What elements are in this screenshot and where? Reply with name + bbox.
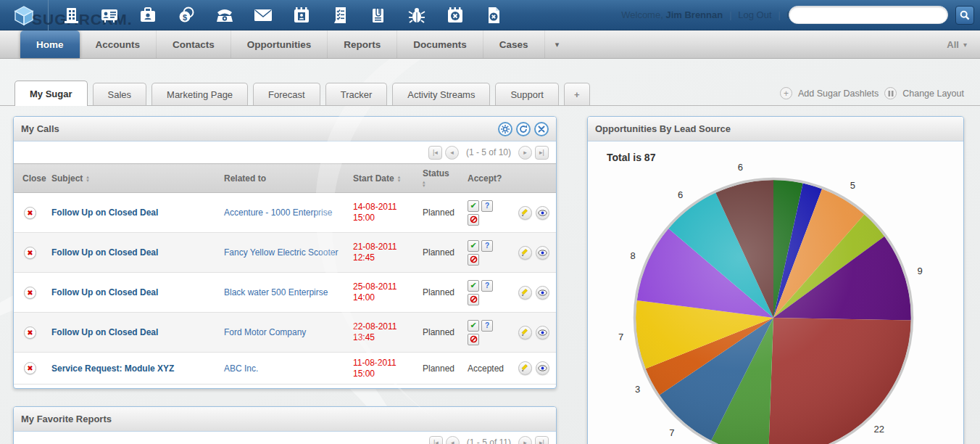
- add-sugar-dashlets-link[interactable]: Add Sugar Dashlets: [798, 89, 879, 99]
- change-layout-link[interactable]: Change Layout: [902, 89, 964, 99]
- pie-slice-violet[interactable]: [637, 229, 774, 318]
- dashtab-forecast[interactable]: Forecast: [253, 83, 320, 105]
- document-x-icon[interactable]: [484, 6, 503, 25]
- contact-card-icon[interactable]: [100, 6, 119, 25]
- next-page-button[interactable]: ▸: [518, 146, 532, 160]
- prev-page-button[interactable]: ◂: [446, 436, 460, 444]
- gear-icon[interactable]: [498, 122, 512, 136]
- envelope-icon[interactable]: [254, 6, 273, 25]
- edit-pencil-icon[interactable]: [518, 246, 532, 260]
- add-tab-button[interactable]: +: [564, 83, 590, 105]
- last-page-button[interactable]: ▸|: [535, 436, 549, 444]
- related-to-link[interactable]: Black water 500 Enterpirse: [224, 287, 328, 297]
- accept-decline-icon[interactable]: [468, 214, 479, 226]
- module-filter-dropdown[interactable]: All ▾: [947, 30, 980, 58]
- related-to-link[interactable]: Fancy Yellow Electric Scooter: [224, 247, 338, 258]
- dashtab-support[interactable]: Support: [495, 83, 559, 105]
- close-call-icon[interactable]: ✖: [24, 207, 36, 219]
- first-page-button[interactable]: |◂: [428, 146, 442, 160]
- bug-icon[interactable]: [407, 6, 426, 25]
- col-header-status[interactable]: Status▴▾: [420, 164, 465, 193]
- phone-icon[interactable]: [215, 6, 234, 25]
- pie-slice-teal[interactable]: [668, 193, 773, 318]
- sort-icon[interactable]: ▴▾: [423, 180, 425, 187]
- last-page-button[interactable]: ▸|: [535, 146, 549, 160]
- briefcase-icon[interactable]: [138, 6, 157, 25]
- accept-tentative-icon[interactable]: ?: [481, 280, 493, 292]
- call-subject-link[interactable]: Service Request: Module XYZ: [51, 363, 174, 374]
- tab-opportunities[interactable]: Opportunities: [231, 30, 328, 58]
- pie-slice-dark-green[interactable]: [773, 180, 803, 318]
- accept-decline-icon[interactable]: [468, 254, 479, 266]
- close-call-icon[interactable]: ✖: [24, 247, 36, 259]
- pie-slice-steel-blue[interactable]: [660, 318, 773, 440]
- close-call-icon[interactable]: ✖: [24, 287, 36, 299]
- call-subject-link[interactable]: Follow Up on Closed Deal: [51, 207, 158, 218]
- close-icon[interactable]: [534, 122, 549, 136]
- pie-slice-dark-orange[interactable]: [646, 318, 774, 395]
- dashtab-tracker[interactable]: Tracker: [325, 83, 388, 105]
- edit-pencil-icon[interactable]: [518, 326, 532, 340]
- call-subject-link[interactable]: Follow Up on Closed Deal: [51, 247, 158, 258]
- logout-link[interactable]: Log Out: [738, 9, 771, 20]
- tab-documents[interactable]: Documents: [397, 30, 483, 58]
- dashtab-my-sugar[interactable]: My Sugar: [14, 81, 88, 106]
- pie-slice-gold[interactable]: [636, 300, 773, 369]
- tab-home[interactable]: Home: [20, 30, 80, 58]
- accept-yes-icon[interactable]: ✔: [468, 200, 479, 212]
- accept-tentative-icon[interactable]: ?: [481, 320, 493, 332]
- accept-yes-icon[interactable]: ✔: [468, 240, 479, 252]
- related-to-link[interactable]: Accenture - 1000 Enterprise: [224, 207, 332, 218]
- pie-slice-brick-red[interactable]: [768, 318, 911, 444]
- dashtab-sales[interactable]: Sales: [93, 83, 147, 105]
- refresh-icon[interactable]: [516, 122, 531, 136]
- task-list-icon[interactable]: [331, 6, 349, 25]
- accept-tentative-icon[interactable]: ?: [481, 200, 493, 212]
- call-subject-link[interactable]: Follow Up on Closed Deal: [51, 287, 158, 297]
- accept-yes-icon[interactable]: ✔: [468, 280, 479, 292]
- view-eye-icon[interactable]: [536, 206, 549, 220]
- next-page-button[interactable]: ▸: [518, 436, 532, 444]
- tab-accounts[interactable]: Accounts: [80, 30, 157, 58]
- accept-decline-icon[interactable]: [468, 294, 479, 305]
- calendar-person-icon[interactable]: [292, 6, 311, 25]
- notes-icon[interactable]: [369, 6, 388, 25]
- view-eye-icon[interactable]: [536, 286, 549, 300]
- tab-cases[interactable]: Cases: [483, 30, 545, 58]
- pie-slice-green[interactable]: [711, 318, 773, 444]
- tab-contacts[interactable]: Contacts: [157, 30, 231, 58]
- accept-tentative-icon[interactable]: ?: [481, 240, 493, 252]
- related-to-link[interactable]: ABC Inc.: [224, 363, 258, 374]
- search-button[interactable]: [955, 6, 974, 25]
- sort-icon[interactable]: ▴▾: [398, 175, 401, 182]
- close-call-icon[interactable]: ✖: [24, 362, 36, 374]
- accept-yes-icon[interactable]: ✔: [468, 320, 479, 332]
- col-header-subject[interactable]: Subject▴▾: [49, 164, 221, 193]
- edit-pencil-icon[interactable]: [518, 361, 532, 375]
- col-header-start-date[interactable]: Start Date▴▾: [350, 164, 420, 193]
- calendar-x-icon[interactable]: [446, 6, 465, 25]
- prev-page-button[interactable]: ◂: [445, 146, 459, 160]
- pie-slice-maroon[interactable]: [715, 180, 773, 318]
- sugarcrm-logo[interactable]: SUGARCRM.: [0, 4, 48, 26]
- building-icon[interactable]: [62, 6, 80, 25]
- module-overflow-button[interactable]: ▾: [545, 30, 570, 58]
- edit-pencil-icon[interactable]: [518, 206, 532, 220]
- lead-source-pie-chart[interactable]: 5922737866: [588, 141, 963, 444]
- view-eye-icon[interactable]: [536, 361, 549, 375]
- coins-icon[interactable]: $: [177, 6, 196, 25]
- tab-reports[interactable]: Reports: [328, 30, 397, 58]
- pie-slice-navy[interactable]: [773, 183, 822, 318]
- view-eye-icon[interactable]: [536, 326, 549, 340]
- plus-icon[interactable]: +: [780, 87, 792, 99]
- sort-icon[interactable]: ▴▾: [86, 175, 89, 182]
- view-eye-icon[interactable]: [536, 246, 549, 260]
- call-subject-link[interactable]: Follow Up on Closed Deal: [51, 327, 158, 337]
- global-search-input[interactable]: [789, 6, 948, 24]
- dashtab-marketing-page[interactable]: Marketing Page: [151, 83, 248, 105]
- accept-decline-icon[interactable]: [468, 334, 479, 345]
- close-call-icon[interactable]: ✖: [24, 326, 36, 339]
- change-layout-icon[interactable]: [884, 87, 897, 99]
- dashtab-activity-streams[interactable]: Activity Streams: [392, 83, 490, 105]
- edit-pencil-icon[interactable]: [518, 286, 532, 300]
